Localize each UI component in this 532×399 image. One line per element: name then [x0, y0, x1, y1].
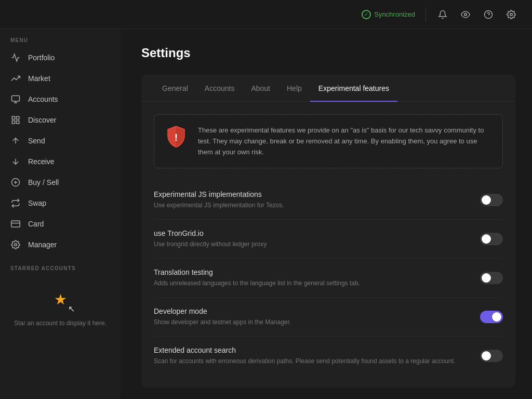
- help-button[interactable]: [478, 4, 499, 25]
- sidebar-item-card[interactable]: Card: [0, 214, 121, 234]
- tab-accounts[interactable]: Accounts: [196, 75, 243, 102]
- manager-icon: [10, 240, 21, 250]
- manager-label: Manager: [28, 241, 57, 249]
- feature-row-extended-search: Extended account search Scan for account…: [154, 337, 503, 375]
- tab-general[interactable]: General: [154, 75, 196, 102]
- portfolio-label: Portfolio: [28, 54, 55, 62]
- svg-point-3: [510, 13, 513, 16]
- toggle-track-experimental-js[interactable]: [480, 194, 503, 206]
- feature-title-extended-search: Extended account search: [154, 346, 470, 354]
- sync-status: ✓ Synchronized: [362, 10, 415, 19]
- feature-desc-extended-search: Scan for accounts with erroneous derivat…: [154, 356, 470, 366]
- page-title: Settings: [141, 46, 515, 60]
- swap-label: Swap: [28, 199, 46, 207]
- svg-point-16: [15, 244, 17, 246]
- toggle-track-extended-search[interactable]: [480, 350, 503, 362]
- feature-info-developer-mode: Developer mode Show developer and testne…: [154, 307, 470, 327]
- discover-label: Discover: [28, 116, 56, 124]
- feature-row-trongrid: use TronGrid.io Use trongrid directly wi…: [154, 220, 503, 259]
- accounts-icon: [10, 94, 21, 104]
- svg-rect-6: [17, 116, 19, 119]
- sidebar-item-swap[interactable]: Swap: [0, 193, 121, 214]
- sidebar-item-send[interactable]: Send: [0, 130, 121, 151]
- toggle-track-developer-mode[interactable]: [480, 311, 503, 323]
- sidebar-item-discover[interactable]: Discover: [0, 110, 121, 130]
- toggle-trongrid[interactable]: [480, 233, 503, 245]
- sidebar-item-buysell[interactable]: Buy / Sell: [0, 172, 121, 193]
- buysell-icon: [10, 177, 21, 188]
- sidebar-item-accounts[interactable]: Accounts: [0, 89, 121, 110]
- topbar-divider: [425, 7, 426, 22]
- sidebar-item-manager[interactable]: Manager: [0, 234, 121, 255]
- buysell-label: Buy / Sell: [28, 178, 59, 187]
- toggle-thumb-translation: [482, 273, 491, 283]
- sidebar: MENU Portfolio Market: [0, 29, 121, 399]
- svg-rect-7: [17, 121, 19, 124]
- watchlist-button[interactable]: [455, 4, 476, 25]
- toggle-thumb-experimental-js: [482, 195, 491, 205]
- starred-empty-text: Star an account to display it here.: [14, 319, 107, 328]
- feature-info-trongrid: use TronGrid.io Use trongrid directly wi…: [154, 229, 470, 249]
- toggle-experimental-js[interactable]: [480, 194, 503, 206]
- feature-info-experimental-js: Experimental JS implementations Use expe…: [154, 190, 470, 210]
- toggle-translation[interactable]: [480, 272, 503, 284]
- toggle-developer-mode[interactable]: [480, 311, 503, 323]
- send-icon: [10, 136, 21, 146]
- feature-desc-translation: Adds unreleased languages to the languag…: [154, 278, 470, 288]
- portfolio-icon: [10, 52, 21, 63]
- feature-desc-developer-mode: Show developer and testnet apps in the M…: [154, 317, 470, 327]
- svg-point-0: [464, 13, 467, 16]
- toggle-thumb-trongrid: [482, 234, 491, 244]
- receive-label: Receive: [28, 157, 55, 166]
- card-label: Card: [28, 220, 44, 228]
- shield-icon: !: [165, 125, 188, 148]
- tab-experimental[interactable]: Experimental features: [310, 75, 397, 102]
- settings-card: General Accounts About Help Experimental…: [141, 75, 515, 388]
- feature-title-developer-mode: Developer mode: [154, 307, 470, 315]
- feature-row-experimental-js: Experimental JS implementations Use expe…: [154, 181, 503, 220]
- sidebar-item-portfolio[interactable]: Portfolio: [0, 47, 121, 68]
- feature-desc-trongrid: Use trongrid directly without ledger pro…: [154, 240, 470, 249]
- discover-icon: [10, 115, 21, 125]
- swap-icon: [10, 198, 21, 208]
- toggle-thumb-developer-mode: [492, 312, 501, 322]
- feature-row-translation: Translation testing Adds unreleased lang…: [154, 259, 503, 298]
- experimental-tab-content: ! These are experimental features we pro…: [141, 102, 515, 388]
- cursor-icon: ↖: [68, 304, 75, 314]
- topbar: ✓ Synchronized: [0, 0, 532, 29]
- star-icon-container: ★ ↖: [45, 284, 76, 315]
- sidebar-item-receive[interactable]: Receive: [0, 151, 121, 172]
- sync-icon: ✓: [362, 10, 371, 19]
- starred-accounts-section: STARRED ACCOUNTS ★ ↖ Star an account to …: [0, 265, 121, 342]
- menu-section-label: MENU: [0, 37, 121, 47]
- warning-banner: ! These are experimental features we pro…: [154, 114, 503, 168]
- svg-text:!: !: [175, 132, 178, 143]
- toggle-extended-search[interactable]: [480, 350, 503, 362]
- main-layout: MENU Portfolio Market: [0, 29, 532, 399]
- feature-title-trongrid: use TronGrid.io: [154, 229, 470, 237]
- card-icon: [10, 219, 21, 229]
- receive-icon: [10, 156, 21, 167]
- notification-button[interactable]: [432, 4, 453, 25]
- sidebar-item-market[interactable]: Market: [0, 68, 121, 89]
- svg-rect-4: [12, 96, 20, 101]
- starred-empty-state: ★ ↖ Star an account to display it here.: [0, 277, 121, 334]
- settings-button[interactable]: [501, 4, 522, 25]
- feature-title-translation: Translation testing: [154, 268, 470, 276]
- main-content: Settings General Accounts About Help Exp…: [121, 29, 532, 399]
- feature-info-extended-search: Extended account search Scan for account…: [154, 346, 470, 366]
- star-icon: ★: [54, 291, 67, 308]
- market-icon: [10, 73, 21, 84]
- feature-title-experimental-js: Experimental JS implementations: [154, 190, 470, 198]
- toggle-track-trongrid[interactable]: [480, 233, 503, 245]
- tab-about[interactable]: About: [243, 75, 278, 102]
- feature-row-developer-mode: Developer mode Show developer and testne…: [154, 298, 503, 337]
- tab-help[interactable]: Help: [278, 75, 310, 102]
- toggle-track-translation[interactable]: [480, 272, 503, 284]
- send-label: Send: [28, 137, 45, 145]
- starred-section-label: STARRED ACCOUNTS: [0, 265, 121, 277]
- settings-tabs: General Accounts About Help Experimental…: [141, 75, 515, 102]
- sync-label: Synchronized: [374, 10, 415, 18]
- market-label: Market: [28, 74, 50, 83]
- warning-text: These are experimental features we provi…: [198, 125, 492, 157]
